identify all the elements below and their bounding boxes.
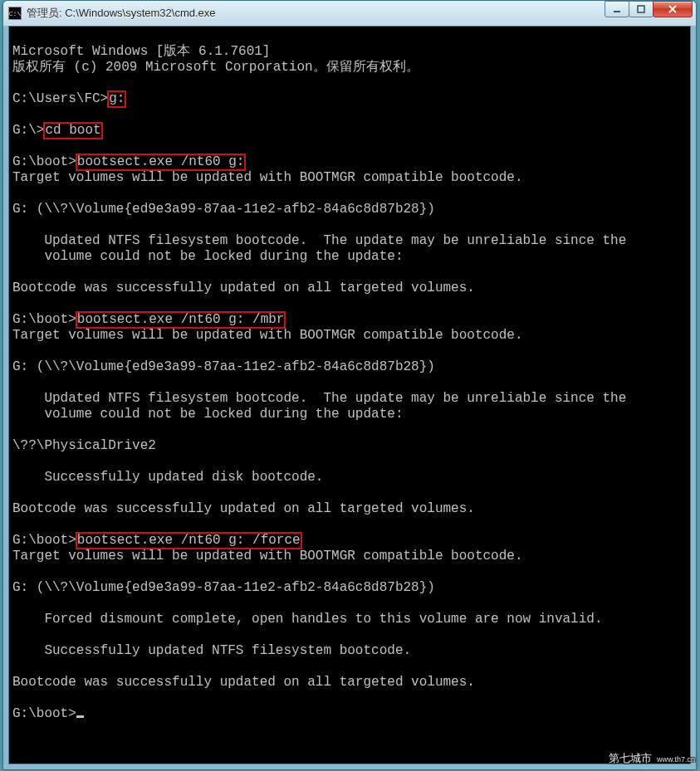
- window-title: 管理员: C:\Windows\system32\cmd.exe: [27, 6, 605, 21]
- maximize-icon: [636, 4, 646, 14]
- cmd-icon: C:\: [8, 7, 22, 20]
- cmd-window: C:\ 管理员: C:\Windows\system32\cmd.exe Mic…: [2, 0, 697, 770]
- watermark: 第七城市 www.th7.cn: [609, 751, 695, 766]
- command-highlight: g:: [108, 91, 125, 107]
- prompt: G:\boot>: [12, 154, 76, 169]
- output-line: Updated NTFS filesystem bootcode. The up…: [12, 391, 626, 406]
- watermark-main: 第七城市: [609, 751, 652, 766]
- prompt: G:\boot>: [12, 706, 76, 721]
- output-line: \??\PhysicalDrive2: [12, 438, 156, 453]
- prompt: G:\boot>: [12, 312, 76, 327]
- output-line: Bootcode was successfully updated on all…: [12, 501, 475, 516]
- close-icon: [668, 4, 678, 14]
- output-line: G: (\\?\Volume{ed9e3a99-87aa-11e2-afb2-8…: [12, 580, 435, 595]
- command-highlight: bootsect.exe /nt60 g: /force: [76, 533, 301, 549]
- close-button[interactable]: [653, 1, 693, 17]
- watermark-sub: www.th7.cn: [657, 755, 695, 764]
- output-line: G: (\\?\Volume{ed9e3a99-87aa-11e2-afb2-8…: [12, 202, 435, 217]
- output-line: Target volumes will be updated with BOOT…: [12, 328, 523, 343]
- header-line-2: 版权所有 (c) 2009 Microsoft Corporation。保留所有…: [12, 60, 419, 75]
- maximize-button[interactable]: [629, 1, 653, 17]
- minimize-icon: [612, 4, 622, 14]
- svg-rect-1: [638, 6, 644, 12]
- output-line: Updated NTFS filesystem bootcode. The up…: [12, 233, 626, 248]
- output-line: Bootcode was successfully updated on all…: [12, 675, 475, 690]
- prompt: C:\Users\FC>: [12, 91, 108, 106]
- command-highlight: bootsect.exe /nt60 g: /mbr: [76, 312, 286, 328]
- terminal-output: Microsoft Windows [版本 6.1.7601] 版权所有 (c)…: [9, 27, 690, 724]
- terminal-client-area[interactable]: Microsoft Windows [版本 6.1.7601] 版权所有 (c)…: [8, 26, 691, 764]
- minimize-button[interactable]: [605, 1, 629, 17]
- prompt: G:\>: [12, 123, 44, 138]
- output-line: G: (\\?\Volume{ed9e3a99-87aa-11e2-afb2-8…: [12, 359, 435, 374]
- prompt: G:\boot>: [12, 533, 76, 548]
- output-line: Successfully updated NTFS filesystem boo…: [12, 643, 411, 658]
- output-line: Target volumes will be updated with BOOT…: [12, 170, 523, 185]
- svg-rect-0: [614, 11, 620, 12]
- window-controls: [605, 1, 694, 17]
- output-line: Successfully updated disk bootcode.: [12, 470, 323, 485]
- titlebar[interactable]: C:\ 管理员: C:\Windows\system32\cmd.exe: [3, 1, 696, 26]
- output-line: volume could not be locked during the up…: [12, 407, 403, 422]
- output-line: volume could not be locked during the up…: [12, 249, 403, 264]
- cursor: [76, 715, 84, 718]
- output-line: Bootcode was successfully updated on all…: [12, 281, 475, 295]
- command-highlight: cd boot: [44, 123, 101, 139]
- output-line: Forced dismount complete, open handles t…: [12, 612, 603, 627]
- command-highlight: bootsect.exe /nt60 g:: [76, 154, 246, 170]
- header-line-1: Microsoft Windows [版本 6.1.7601]: [12, 44, 270, 59]
- output-line: Target volumes will be updated with BOOT…: [12, 549, 523, 564]
